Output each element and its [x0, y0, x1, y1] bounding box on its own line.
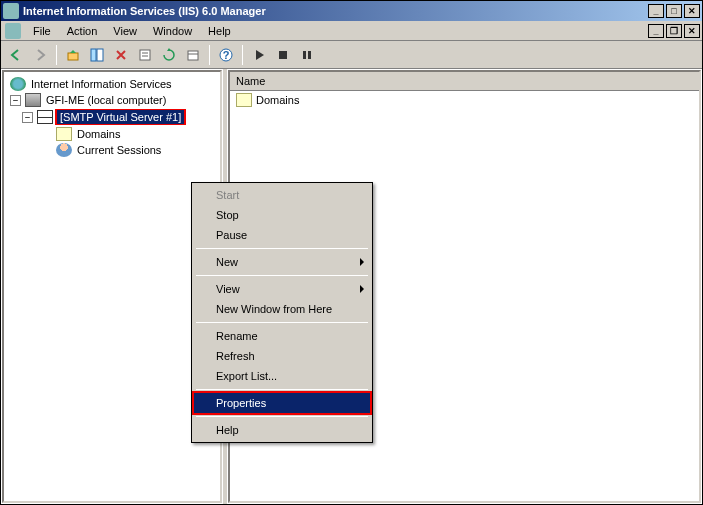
tree-root-label: Internet Information Services	[28, 77, 175, 91]
menu-view[interactable]: View	[105, 23, 145, 39]
refresh-button[interactable]	[158, 44, 180, 66]
collapse-icon[interactable]: −	[10, 95, 21, 106]
menubar: File Action View Window Help _ ❐ ✕	[1, 21, 702, 41]
toolbar: ?	[1, 41, 702, 69]
stop-button[interactable]	[272, 44, 294, 66]
domain-icon	[56, 127, 72, 141]
menu-file[interactable]: File	[25, 23, 59, 39]
menu-view[interactable]: View	[194, 279, 370, 299]
svg-rect-1	[91, 49, 96, 61]
maximize-button[interactable]: □	[666, 4, 682, 18]
show-hide-tree-button[interactable]	[86, 44, 108, 66]
menu-help[interactable]: Help	[194, 420, 370, 440]
export-button[interactable]	[182, 44, 204, 66]
menu-stop[interactable]: Stop	[194, 205, 370, 225]
properties-button[interactable]	[134, 44, 156, 66]
menu-refresh[interactable]: Refresh	[194, 346, 370, 366]
up-button[interactable]	[62, 44, 84, 66]
minimize-button[interactable]: _	[648, 4, 664, 18]
menu-pause[interactable]: Pause	[194, 225, 370, 245]
menu-new-window[interactable]: New Window from Here	[194, 299, 370, 319]
tree-pane[interactable]: Internet Information Services − GFI-ME (…	[2, 70, 222, 503]
tree-smtp-label: [SMTP Virtual Server #1]	[57, 110, 184, 124]
svg-rect-12	[308, 51, 311, 59]
delete-button[interactable]	[110, 44, 132, 66]
svg-rect-0	[68, 53, 78, 60]
menu-rename[interactable]: Rename	[194, 326, 370, 346]
computer-icon	[25, 93, 41, 107]
svg-text:?: ?	[223, 49, 230, 61]
menu-separator	[196, 416, 368, 417]
context-menu: Start Stop Pause New View New Window fro…	[191, 182, 373, 443]
domain-icon	[236, 93, 252, 107]
menu-action[interactable]: Action	[59, 23, 106, 39]
app-icon	[3, 3, 19, 19]
mail-icon	[37, 110, 53, 124]
start-button[interactable]	[248, 44, 270, 66]
forward-button[interactable]	[29, 44, 51, 66]
back-button[interactable]	[5, 44, 27, 66]
svg-rect-6	[188, 51, 198, 60]
menu-properties[interactable]: Properties	[194, 393, 370, 413]
menu-help[interactable]: Help	[200, 23, 239, 39]
list-item[interactable]: Domains	[230, 91, 699, 109]
list-item-label: Domains	[256, 94, 299, 106]
svg-rect-10	[279, 51, 287, 59]
tree-computer-label: GFI-ME (local computer)	[43, 93, 169, 107]
tree-sessions-label: Current Sessions	[74, 143, 164, 157]
mdi-restore-button[interactable]: ❐	[666, 24, 682, 38]
menu-separator	[196, 248, 368, 249]
menu-new[interactable]: New	[194, 252, 370, 272]
menu-app-icon	[5, 23, 21, 39]
mdi-close-button[interactable]: ✕	[684, 24, 700, 38]
help-button[interactable]: ?	[215, 44, 237, 66]
menu-export[interactable]: Export List...	[194, 366, 370, 386]
close-button[interactable]: ✕	[684, 4, 700, 18]
list-header-name[interactable]: Name	[230, 72, 699, 91]
submenu-arrow-icon	[360, 285, 364, 293]
tree-root[interactable]: Internet Information Services	[6, 76, 218, 92]
user-icon	[56, 143, 72, 157]
submenu-arrow-icon	[360, 258, 364, 266]
app-window: Internet Information Services (IIS) 6.0 …	[0, 0, 703, 505]
menu-separator	[196, 322, 368, 323]
tree-smtp[interactable]: − [SMTP Virtual Server #1]	[6, 108, 218, 126]
tree-domains-label: Domains	[74, 127, 123, 141]
collapse-icon[interactable]: −	[22, 112, 33, 123]
globe-icon	[10, 77, 26, 91]
mdi-minimize-button[interactable]: _	[648, 24, 664, 38]
svg-rect-3	[140, 50, 150, 60]
menu-window[interactable]: Window	[145, 23, 200, 39]
content-area: Internet Information Services − GFI-ME (…	[1, 69, 702, 504]
menu-separator	[196, 275, 368, 276]
window-title: Internet Information Services (IIS) 6.0 …	[23, 5, 648, 17]
tree-computer[interactable]: − GFI-ME (local computer)	[6, 92, 218, 108]
menu-start: Start	[194, 185, 370, 205]
tree-domains[interactable]: Domains	[6, 126, 218, 142]
svg-rect-2	[97, 49, 103, 61]
menu-separator	[196, 389, 368, 390]
tree-sessions[interactable]: Current Sessions	[6, 142, 218, 158]
titlebar: Internet Information Services (IIS) 6.0 …	[1, 1, 702, 21]
svg-rect-11	[303, 51, 306, 59]
pause-button[interactable]	[296, 44, 318, 66]
